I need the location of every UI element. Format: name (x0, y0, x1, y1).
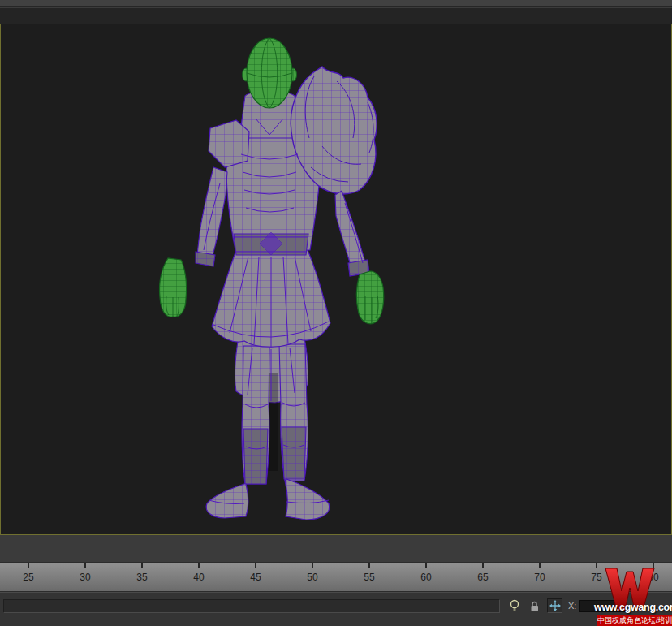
tick-mark (28, 563, 29, 568)
max-window: 25 30 35 40 45 50 55 60 65 70 75 80 (0, 0, 672, 626)
timeline-tick: 35 (114, 563, 170, 591)
timeline-tick: 30 (57, 563, 114, 591)
timeline-tick: 25 (0, 563, 57, 591)
prompt-line[interactable] (3, 599, 500, 613)
tick-mark (198, 563, 200, 568)
tick-mark (425, 563, 427, 568)
viewport-bottom-gap (0, 535, 672, 562)
tick-label: 35 (136, 572, 147, 583)
timeline-tick: 40 (170, 563, 227, 591)
tick-mark (255, 563, 256, 568)
tick-label: 70 (534, 572, 545, 583)
toolbar-bottom-strip (0, 0, 672, 7)
timeline-tick: 70 (511, 563, 568, 591)
viewport-top-gap (0, 8, 672, 24)
tick-mark (84, 563, 86, 568)
tick-mark (141, 563, 143, 568)
tick-label: 45 (250, 572, 261, 583)
tick-mark (482, 563, 484, 568)
timeline-tick: 65 (454, 563, 511, 591)
tick-label: 55 (364, 572, 374, 583)
transform-typein-mode-icon[interactable] (547, 598, 562, 613)
status-bar: X: (0, 592, 672, 626)
watermark-site-text: www.cgwang.com (594, 602, 672, 613)
x-coordinate-label: X: (568, 601, 576, 611)
tick-label: 40 (193, 572, 204, 583)
selection-lock-icon[interactable] (527, 598, 542, 613)
tick-mark (368, 563, 370, 568)
tick-label: 65 (477, 572, 488, 583)
model-right-hand (356, 271, 383, 324)
statusbar-icons (506, 598, 562, 613)
timeline-tick: 45 (227, 563, 284, 591)
timeline-tick: 50 (284, 563, 341, 591)
tick-mark (312, 563, 313, 568)
model-feet (206, 479, 330, 520)
isolate-selection-bulb-icon[interactable] (506, 598, 522, 613)
character-model[interactable] (1, 24, 671, 534)
tick-label: 50 (307, 572, 317, 583)
tick-mark (539, 563, 541, 568)
tick-mark (596, 563, 597, 568)
track-bar[interactable]: 25 30 35 40 45 50 55 60 65 70 75 80 (0, 562, 672, 592)
model-left-hand (159, 258, 186, 317)
tick-label: 30 (80, 572, 90, 583)
tick-label: 25 (23, 572, 33, 583)
perspective-viewport[interactable] (0, 24, 672, 535)
timeline-tick: 60 (398, 563, 454, 591)
tick-label: 60 (420, 572, 431, 583)
timeline-tick: 55 (341, 563, 398, 591)
watermark-caption: 中国权威角色论坛/培训 (597, 615, 672, 626)
